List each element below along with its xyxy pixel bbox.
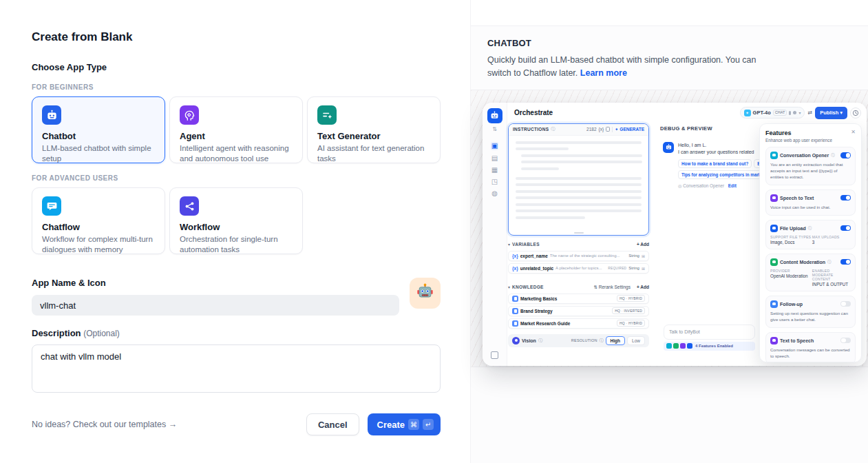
knowledge-label: KNOWLEDGE xyxy=(512,285,544,289)
agent-icon xyxy=(180,105,199,125)
preview-image-zone: ⇅ ▣ ▤ ▦ ◳ ◍ Orchestrate ✦ GPT-4o xyxy=(471,90,868,367)
edit-opener-link[interactable]: Edit xyxy=(728,183,737,188)
file-upload-toggle[interactable] xyxy=(840,225,851,232)
features-title: Features xyxy=(765,130,856,136)
for-beginners-label: FOR BEGINNERS xyxy=(32,83,441,91)
chevron-down-icon[interactable]: ▾ xyxy=(508,285,510,289)
description-block: Description (Optional) chat with vllm mo… xyxy=(32,328,441,395)
preview-header-actions: ✦ GPT-4o CHAT ▾ ⇄ Publish ▾ xyxy=(740,107,861,119)
index-mode-tag: HQ · INVERTED xyxy=(612,307,645,314)
description-textarea[interactable]: chat with vllm model xyxy=(32,344,441,393)
app-type-description: LLM-based chatbot with simple setup xyxy=(42,143,155,163)
rerank-settings-button[interactable]: ⇅ Rerank Settings xyxy=(593,285,631,290)
chevron-down-icon[interactable]: ▾ xyxy=(508,242,510,247)
app-icon-picker[interactable] xyxy=(410,278,441,309)
app-type-card-text-generator[interactable]: Text Generator AI assistant for text gen… xyxy=(307,96,441,163)
orchestrate-nav-icon[interactable]: ▣ xyxy=(491,142,498,150)
feature-speech-to-text: Speech to Text Voice input can be used i… xyxy=(765,189,856,216)
resize-handle[interactable] xyxy=(574,232,584,234)
app-type-description: Intelligent agent with reasoning and aut… xyxy=(180,143,293,163)
info-icon: ⓘ xyxy=(538,338,542,344)
file-upload-icon xyxy=(770,225,778,232)
chevron-down-icon: ▾ xyxy=(798,110,801,115)
knowledge-row[interactable]: Market Research Guide HQ · HYBRID xyxy=(508,318,649,329)
create-app-screen: Create from Blank Choose App Type FOR BE… xyxy=(0,0,868,463)
conversation-opener-toggle[interactable] xyxy=(840,152,851,158)
content-moderation-icon xyxy=(770,258,778,266)
debug-preview-label: DEBUG & PREVIEW xyxy=(660,125,712,132)
app-type-card-chatbot[interactable]: Chatbot LLM-based chatbot with simple se… xyxy=(32,96,165,163)
instructions-panel[interactable]: INSTRUCTIONS ⓘ 2182 {x} ✦ GENERATE xyxy=(508,123,649,236)
resolution-low-button[interactable]: Low xyxy=(627,336,645,345)
speech-to-text-icon xyxy=(770,194,778,202)
settings-dot-icon xyxy=(793,111,796,114)
app-type-card-agent[interactable]: Agent Intelligent agent with reasoning a… xyxy=(169,96,303,163)
suggested-question[interactable]: How to make a brand stand out? xyxy=(678,159,752,168)
app-name-input[interactable] xyxy=(32,295,399,316)
templates-link[interactable]: No ideas? Check out our templates → xyxy=(32,420,177,429)
model-params-icon[interactable]: ⇄ xyxy=(807,110,812,116)
app-type-card-workflow[interactable]: Workflow Orchestration for single-turn a… xyxy=(169,187,303,254)
follow-up-toggle[interactable] xyxy=(840,301,851,307)
suggested-question[interactable]: Tips for analyzing competitors in market xyxy=(678,170,768,179)
mic-icon xyxy=(789,111,791,115)
index-mode-tag: HQ · HYBRID xyxy=(617,295,645,302)
feature-file-upload: File Upload ⓘ SUPPORT FILE TYPES Image, … xyxy=(765,220,856,249)
conversation-opener-icon xyxy=(770,152,778,159)
feature-text-to-speech: Text to Speech Conversation messages can… xyxy=(765,332,856,362)
preview-sidebar: ⇅ ▣ ▤ ▦ ◳ ◍ xyxy=(483,103,507,366)
feature-follow-up: Follow-up Setting up next questions sugg… xyxy=(765,296,856,328)
variable-row[interactable]: {x} unrelated_topic A placeholder for to… xyxy=(508,263,649,274)
nav-icon-4[interactable]: ◳ xyxy=(491,178,498,185)
app-type-title: Agent xyxy=(180,131,293,141)
arrow-right-icon: → xyxy=(169,420,178,429)
app-type-description: Orchestration for single-turn automation… xyxy=(180,234,293,254)
copy-icon[interactable] xyxy=(606,127,610,132)
app-type-card-chatflow[interactable]: Chatflow Workflow for complex multi-turn… xyxy=(32,187,165,254)
description-label: Description xyxy=(32,328,81,338)
preview-description: Quickly build an LLM-based chatbot with … xyxy=(487,54,763,81)
app-type-preview-panel: CHATBOT Quickly build an LLM-based chatb… xyxy=(470,0,868,463)
add-knowledge-button[interactable]: + Add xyxy=(637,285,649,289)
add-variable-button[interactable]: + Add xyxy=(637,242,649,247)
collapse-sidebar-icon[interactable] xyxy=(491,351,498,359)
info-icon: ⓘ xyxy=(827,260,832,265)
text-to-speech-toggle[interactable] xyxy=(840,338,851,344)
create-button[interactable]: Create ⌘ ↵ xyxy=(368,413,441,435)
orchestrate-preview-screenshot: ⇅ ▣ ▤ ▦ ◳ ◍ Orchestrate ✦ GPT-4o xyxy=(483,103,867,366)
content-moderation-toggle[interactable] xyxy=(840,259,851,265)
index-mode-tag: HQ · HYBRID xyxy=(617,320,645,327)
choose-app-type-heading: Choose App Type xyxy=(32,62,441,72)
learn-more-link[interactable]: Learn more xyxy=(580,68,627,78)
info-icon: ⓘ xyxy=(831,153,835,158)
variables-section: ▾ VARIABLES + Add {x} expert_name The na… xyxy=(508,240,649,274)
publish-button[interactable]: Publish ▾ xyxy=(815,107,847,119)
opener-icon: ◎ xyxy=(678,183,682,188)
generate-button[interactable]: ✦ GENERATE xyxy=(615,127,644,132)
app-type-description: AI assistant for text generation tasks xyxy=(317,143,430,163)
modal-footer: No ideas? Check out our templates → Canc… xyxy=(32,413,441,435)
variable-row[interactable]: {x} expert_name The name of the strategi… xyxy=(508,251,649,261)
nav-icon-2[interactable]: ▤ xyxy=(491,155,498,162)
app-type-title: Text Generator xyxy=(317,131,430,141)
info-icon: ⓘ xyxy=(600,338,604,344)
history-clock-icon[interactable] xyxy=(850,107,861,119)
variable-braces-icon[interactable]: {x} xyxy=(599,127,604,132)
knowledge-row[interactable]: Marketing Basics HQ · HYBRID xyxy=(508,294,649,304)
close-icon[interactable]: ✕ xyxy=(851,129,856,135)
cancel-button[interactable]: Cancel xyxy=(306,413,359,435)
resolution-high-button[interactable]: High xyxy=(606,336,625,345)
nav-icon-3[interactable]: ▦ xyxy=(491,167,498,174)
robot-emoji-icon xyxy=(416,282,434,304)
string-type-icon: ⊞ xyxy=(642,254,645,258)
modal-title: Create from Blank xyxy=(32,30,441,44)
nav-icon-5[interactable]: ◍ xyxy=(491,190,498,197)
model-selector[interactable]: ✦ GPT-4o CHAT ▾ xyxy=(740,107,805,119)
preview-nav-icons: ▣ ▤ ▦ ◳ ◍ xyxy=(483,142,507,197)
chat-input[interactable]: Talk to DifyBot xyxy=(664,325,755,340)
knowledge-row[interactable]: Brand Strategy HQ · INVERTED xyxy=(508,306,649,316)
app-name-label: App Name & Icon xyxy=(32,278,441,288)
speech-to-text-toggle[interactable] xyxy=(840,195,851,201)
info-icon: ⓘ xyxy=(551,126,555,132)
features-enabled-bar[interactable]: 4 Features Enabled xyxy=(664,342,755,351)
